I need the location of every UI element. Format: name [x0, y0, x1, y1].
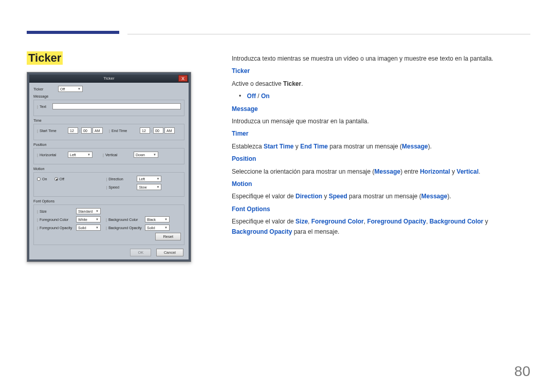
- section-font-head: Font Options: [232, 204, 498, 214]
- header-rule: [127, 34, 530, 34]
- keyword-fg-color: Foreground Color: [311, 218, 364, 225]
- start-ampm: AM: [95, 129, 100, 133]
- motion-on-radio[interactable]: [37, 177, 41, 181]
- keyword-direction: Direction: [295, 193, 322, 200]
- chevron-down-icon: ▼: [153, 153, 156, 156]
- text-fragment: Especifique el valor de: [232, 218, 295, 225]
- message-group: Text: [33, 100, 184, 116]
- time-group: Start Time 12:00AM End Time 12:00AM: [33, 124, 184, 140]
- text-fragment: ).: [448, 193, 451, 200]
- section-timer-text: Establezca Start Time y End Time para mo…: [232, 141, 498, 152]
- speed-value: Slow: [139, 185, 146, 189]
- chevron-down-icon: ▼: [164, 218, 168, 221]
- keyword-size: Size: [295, 218, 308, 225]
- vertical-value: Down: [136, 153, 145, 157]
- text-fragment: para mostrar un mensaje (: [328, 143, 402, 150]
- start-min: 00: [83, 129, 87, 133]
- text-fragment: para el mensaje.: [292, 228, 339, 235]
- motion-off-radio[interactable]: [54, 177, 58, 181]
- fg-color-select[interactable]: White▼: [76, 216, 101, 222]
- time-label: Time: [33, 118, 184, 123]
- start-hour: 12: [70, 129, 74, 133]
- direction-select[interactable]: Left▼: [137, 176, 161, 182]
- keyword-vertical: Vertical: [457, 168, 479, 175]
- end-time-spinner[interactable]: 12:00AM: [140, 127, 175, 134]
- page-title: Ticker: [27, 51, 63, 65]
- option-off: Off: [247, 92, 256, 100]
- keyword-message: Message: [421, 193, 448, 200]
- bg-opacity-select[interactable]: Solid▼: [145, 225, 170, 231]
- dialog-titlebar: Ticker X: [29, 74, 189, 83]
- text-fragment: ) entre: [400, 168, 420, 175]
- speed-label: Speed: [106, 185, 137, 190]
- keyword-end-time: End Time: [300, 143, 328, 150]
- section-font-text: Especifique el valor de Size, Foreground…: [232, 216, 498, 237]
- size-select[interactable]: Standard▼: [76, 208, 101, 214]
- text-fragment: Seleccione la orientación para mostrar u…: [232, 168, 374, 175]
- bg-opacity-label: Background Opacity: [106, 226, 145, 230]
- reset-button[interactable]: Reset: [155, 233, 181, 240]
- text-input[interactable]: [52, 103, 181, 109]
- start-time-label: Start Time: [37, 128, 68, 133]
- page-number: 80: [514, 363, 530, 380]
- text-fragment: .: [478, 168, 480, 175]
- text-fragment: Active o desactive: [232, 80, 283, 87]
- fg-opacity-value: Solid: [78, 226, 86, 230]
- end-hour: 12: [142, 129, 146, 133]
- section-message-head: Message: [232, 104, 498, 114]
- section-ticker-options: Off / On: [232, 91, 498, 101]
- fg-color-value: White: [78, 218, 87, 221]
- motion-group: On Off Direction Left▼ Speed Slow▼: [33, 172, 184, 197]
- keyword-horizontal: Horizontal: [420, 168, 450, 175]
- dialog-body: Ticker Off▼ Message Text Time Start Time…: [29, 83, 189, 249]
- direction-value: Left: [139, 177, 145, 181]
- section-position-head: Position: [232, 154, 498, 164]
- section-ticker-head: Ticker: [232, 66, 498, 76]
- chevron-down-icon: ▼: [78, 87, 81, 90]
- chevron-down-icon: ▼: [164, 226, 168, 229]
- bg-opacity-value: Solid: [147, 226, 155, 230]
- ticker-value: Off: [60, 87, 65, 91]
- section-ticker-text: Active o desactive Ticker.: [232, 79, 498, 89]
- chevron-down-icon: ▼: [96, 218, 99, 221]
- chevron-down-icon: ▼: [87, 153, 90, 156]
- text-fragment: Especifique el valor de: [232, 193, 295, 200]
- on-label: On: [42, 177, 47, 181]
- bg-color-select[interactable]: Black▼: [145, 216, 170, 222]
- chevron-down-icon: ▼: [156, 177, 159, 180]
- bg-color-value: Black: [147, 218, 156, 221]
- text-fragment: para mostrar un mensaje (: [347, 193, 421, 200]
- keyword-bg-opacity: Background Opacity: [232, 228, 292, 235]
- chevron-down-icon: ▼: [96, 210, 99, 213]
- dialog-inner: Ticker X Ticker Off▼ Message Text Time S…: [29, 74, 189, 259]
- chevron-down-icon: ▼: [156, 185, 159, 189]
- keyword-bg-color: Background Color: [430, 218, 484, 225]
- ticker-label: Ticker: [33, 87, 58, 91]
- fg-opacity-label: Foreground Opacity: [37, 226, 76, 230]
- position-group: Horizontal Left▼ Vertical Down▼: [33, 148, 184, 164]
- section-motion-text: Especifique el valor de Direction y Spee…: [232, 191, 498, 201]
- ticker-select[interactable]: Off▼: [58, 86, 83, 92]
- horizontal-value: Left: [70, 153, 76, 157]
- ok-button[interactable]: OK: [130, 249, 151, 256]
- fg-opacity-select[interactable]: Solid▼: [76, 225, 101, 231]
- horizontal-select[interactable]: Left▼: [68, 152, 92, 158]
- speed-select[interactable]: Slow▼: [137, 184, 161, 190]
- end-ampm: AM: [166, 129, 172, 133]
- text-fragment: y: [322, 193, 329, 200]
- option-on: On: [261, 92, 270, 100]
- cancel-button[interactable]: Cancel: [156, 249, 183, 256]
- text-label: Text: [37, 104, 52, 109]
- text-fragment: y: [294, 143, 301, 150]
- vertical-select[interactable]: Down▼: [134, 152, 158, 158]
- text-fragment: Establezca: [232, 143, 264, 150]
- text-fragment: ,: [308, 218, 311, 225]
- close-button[interactable]: X: [178, 75, 188, 82]
- text-fragment: y: [483, 218, 488, 225]
- vertical-label: Vertical: [103, 153, 134, 157]
- option-sep: /: [256, 92, 261, 100]
- description-column: Introduzca texto mientras se muestra un …: [232, 53, 498, 239]
- start-time-spinner[interactable]: 12:00AM: [68, 127, 103, 134]
- dialog-title: Ticker: [103, 76, 114, 81]
- header-accent-bar: [27, 31, 119, 34]
